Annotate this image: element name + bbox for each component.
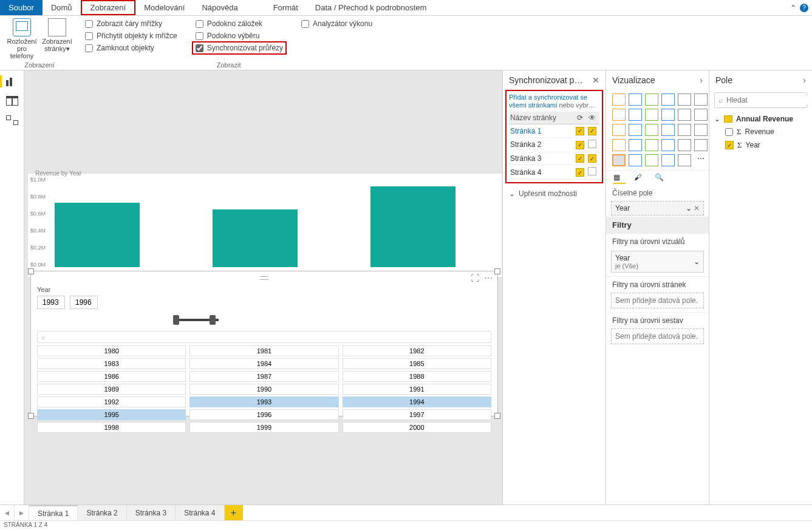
collapse-ribbon-icon[interactable]: ⌃ <box>790 4 796 12</box>
viz-type-icon[interactable] <box>694 139 708 151</box>
sync-checkbox[interactable]: ✓ <box>576 127 584 135</box>
slicer-from-input[interactable]: 1993 <box>37 296 65 309</box>
viz-type-icon[interactable] <box>612 109 626 121</box>
field-year-checkbox[interactable]: ✓ <box>725 141 734 149</box>
slicer-year-cell[interactable]: 1988 <box>343 371 491 382</box>
focus-mode-icon[interactable]: ⛶ <box>471 273 479 283</box>
slicer-year-cell[interactable]: 1980 <box>37 345 186 356</box>
chk-selection[interactable]: Podokno výběru <box>196 32 283 40</box>
bar[interactable] <box>213 209 298 267</box>
viz-type-icon[interactable] <box>629 109 642 121</box>
viz-type-icon[interactable] <box>645 154 658 166</box>
tab-format[interactable]: Formát <box>265 0 307 15</box>
page-filter-dropzone[interactable]: Sem přidejte datová pole. <box>611 293 704 308</box>
format-tab-icon[interactable]: 🖌 <box>634 173 646 184</box>
visible-checkbox[interactable] <box>588 140 596 148</box>
sync-page-name[interactable]: Stránka 1 <box>510 127 574 135</box>
page-view-button[interactable]: Zobrazení stránky▾ <box>41 18 73 59</box>
slicer-year-cell[interactable]: 1999 <box>189 422 338 433</box>
sync-checkbox[interactable]: ✓ <box>576 168 584 177</box>
field-revenue-checkbox[interactable] <box>725 128 733 136</box>
viz-type-icon[interactable] <box>678 109 691 121</box>
advanced-options-toggle[interactable]: ⌄ Upřesnit možnosti <box>503 183 606 204</box>
viz-type-icon[interactable] <box>645 109 658 121</box>
rail-data-icon[interactable] <box>6 96 18 106</box>
slider-knob-left[interactable] <box>173 315 179 325</box>
slicer-year-cell[interactable]: 1985 <box>343 358 491 369</box>
sync-page-name[interactable]: Stránka 2 <box>510 140 574 149</box>
chevron-right-icon[interactable]: › <box>700 75 703 85</box>
page-next-button[interactable]: ► <box>15 505 29 520</box>
table-annual-revenue[interactable]: ⌄ Annual Revenue <box>714 113 807 125</box>
slicer-search[interactable]: ⌕ <box>37 331 491 343</box>
chk-perf[interactable]: Analyzátor výkonu <box>301 19 372 28</box>
page-tab[interactable]: Stránka 4 <box>176 505 224 520</box>
viz-type-icon[interactable] <box>629 93 642 106</box>
tab-drill[interactable]: Data / Přechod k podrobnostem <box>307 0 435 15</box>
tab-view[interactable]: Zobrazení <box>81 0 136 15</box>
chevron-right-icon[interactable]: › <box>803 75 806 85</box>
sync-page-name[interactable]: Stránka 4 <box>510 168 574 177</box>
slicer-year-cell[interactable]: 1990 <box>189 384 338 395</box>
fields-search[interactable]: ⌕ <box>714 92 807 108</box>
slicer-year-cell[interactable]: 1995 <box>37 409 186 420</box>
viz-type-icon[interactable] <box>694 93 708 106</box>
viz-type-icon[interactable] <box>645 124 658 136</box>
field-revenue[interactable]: Σ Revenue <box>714 125 807 138</box>
slicer-year-cell[interactable]: 1987 <box>189 371 338 382</box>
slicer-year-cell[interactable]: 2000 <box>343 422 491 433</box>
add-page-button[interactable]: + <box>225 505 243 520</box>
tab-help[interactable]: Nápověda <box>193 0 246 15</box>
phone-layout-button[interactable]: Rozložení pro telefony <box>6 18 38 59</box>
viz-type-icon[interactable] <box>661 93 675 106</box>
viz-type-icon[interactable] <box>612 154 626 166</box>
remove-field-icon[interactable]: ✕ <box>694 204 700 212</box>
viz-type-icon[interactable] <box>612 93 626 106</box>
rail-model-icon[interactable] <box>6 115 18 125</box>
help-icon[interactable]: ? <box>800 4 808 12</box>
viz-type-icon[interactable] <box>678 154 691 166</box>
viz-type-icon[interactable] <box>629 139 642 151</box>
slicer-year-cell[interactable]: 1994 <box>343 396 491 407</box>
slicer-year-cell[interactable]: 1982 <box>343 345 491 356</box>
field-well-year[interactable]: Year ⌄ ✕ <box>611 201 704 216</box>
slicer-year-cell[interactable]: 1983 <box>37 358 186 369</box>
report-filter-dropzone[interactable]: Sem přidejte datová pole. <box>611 328 704 344</box>
chevron-down-icon[interactable]: ⌄ <box>694 257 700 266</box>
sync-checkbox[interactable]: ✓ <box>576 141 584 149</box>
slicer-year-cell[interactable]: 1981 <box>189 345 338 356</box>
slicer-year-cell[interactable]: 1989 <box>37 384 186 395</box>
page-tab[interactable]: Stránka 1 <box>29 505 78 520</box>
fields-tab-icon[interactable]: ▦ <box>613 173 626 184</box>
tab-file[interactable]: Soubor <box>0 0 43 15</box>
viz-type-icon[interactable] <box>661 124 675 136</box>
more-options-icon[interactable]: ⋯ <box>484 273 493 283</box>
visible-checkbox[interactable] <box>588 167 596 175</box>
chk-sync-slicers[interactable]: Synchronizovat průřezy <box>192 41 287 55</box>
analytics-tab-icon[interactable]: 🔍 <box>655 173 667 184</box>
drag-grip-icon[interactable] <box>260 276 268 280</box>
close-icon[interactable]: ✕ <box>592 75 599 85</box>
slicer-year-cell[interactable]: 1992 <box>37 396 186 407</box>
viz-type-icon[interactable] <box>612 124 626 136</box>
sync-page-name[interactable]: Stránka 3 <box>510 154 574 163</box>
slicer-year-cell[interactable]: 1991 <box>343 384 491 395</box>
chk-lock[interactable]: Zamknout objekty <box>85 44 177 52</box>
page-prev-button[interactable]: ◄ <box>0 505 15 520</box>
bar-chart-visual[interactable]: Revenue by Year $1.0M$0.8M$0.6M$0.4M$0.2… <box>28 174 502 277</box>
report-canvas[interactable]: Revenue by Year $1.0M$0.8M$0.6M$0.4M$0.2… <box>24 70 502 505</box>
tab-home[interactable]: Domů <box>43 0 81 15</box>
sync-checkbox[interactable]: ✓ <box>576 154 584 163</box>
slicer-year-cell[interactable]: 1984 <box>189 358 338 369</box>
slicer-to-input[interactable]: 1996 <box>70 296 98 309</box>
rail-report-icon[interactable] <box>6 76 18 86</box>
slider-knob-right[interactable] <box>210 315 216 325</box>
tab-modeling[interactable]: Modelování <box>135 0 193 15</box>
viz-type-icon[interactable] <box>645 139 658 151</box>
chevron-down-icon[interactable]: ⌄ <box>686 204 692 212</box>
year-slicer-visual[interactable]: ⛶ ⋯ Year 1993 1996 ⌕ 19801981198219 <box>30 271 498 416</box>
viz-type-icon[interactable] <box>661 139 675 151</box>
viz-type-icon[interactable] <box>661 109 675 121</box>
fields-search-input[interactable] <box>726 96 812 104</box>
filter-year[interactable]: Year je (Vše) ⌄ <box>611 251 704 273</box>
